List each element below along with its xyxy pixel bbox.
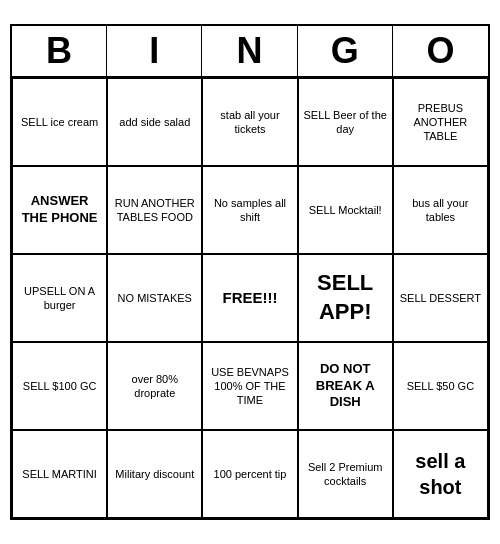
bingo-cell-7: No samples all shift (202, 166, 297, 254)
bingo-cell-20: SELL MARTINI (12, 430, 107, 518)
bingo-grid: SELL ice creamadd side saladstab all you… (12, 78, 488, 518)
bingo-cell-21: Military discount (107, 430, 202, 518)
bingo-cell-4: PREBUS ANOTHER TABLE (393, 78, 488, 166)
header-letter-i: I (107, 26, 202, 78)
bingo-cell-0: SELL ice cream (12, 78, 107, 166)
bingo-cell-3: SELL Beer of the day (298, 78, 393, 166)
bingo-cell-24: sell a shot (393, 430, 488, 518)
bingo-cell-17: USE BEVNAPS 100% OF THE TIME (202, 342, 297, 430)
bingo-cell-8: SELL Mocktail! (298, 166, 393, 254)
bingo-cell-18: DO NOT BREAK A DISH (298, 342, 393, 430)
bingo-cell-11: NO MISTAKES (107, 254, 202, 342)
bingo-cell-13: SELL APP! (298, 254, 393, 342)
bingo-card: BINGO SELL ice creamadd side saladstab a… (10, 24, 490, 520)
bingo-cell-19: SELL $50 GC (393, 342, 488, 430)
bingo-cell-1: add side salad (107, 78, 202, 166)
bingo-cell-22: 100 percent tip (202, 430, 297, 518)
bingo-cell-10: UPSELL ON A burger (12, 254, 107, 342)
bingo-cell-5: ANSWER THE PHONE (12, 166, 107, 254)
bingo-header: BINGO (12, 26, 488, 78)
bingo-cell-2: stab all your tickets (202, 78, 297, 166)
bingo-cell-15: SELL $100 GC (12, 342, 107, 430)
bingo-cell-12: FREE!!! (202, 254, 297, 342)
bingo-cell-6: RUN ANOTHER TABLES FOOD (107, 166, 202, 254)
bingo-cell-16: over 80% droprate (107, 342, 202, 430)
bingo-cell-9: bus all your tables (393, 166, 488, 254)
bingo-cell-23: Sell 2 Premium cocktails (298, 430, 393, 518)
header-letter-b: B (12, 26, 107, 78)
header-letter-o: O (393, 26, 488, 78)
bingo-cell-14: SELL DESSERT (393, 254, 488, 342)
header-letter-g: G (298, 26, 393, 78)
header-letter-n: N (202, 26, 297, 78)
